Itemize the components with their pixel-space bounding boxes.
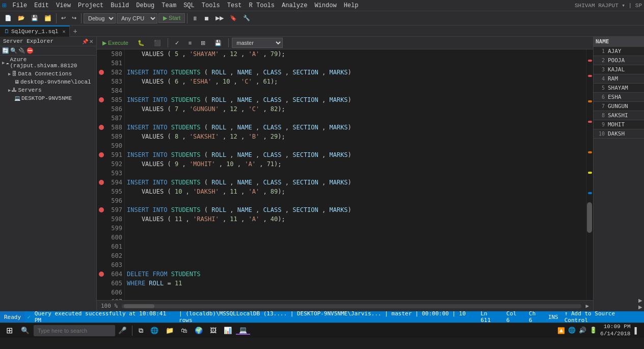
pin-btn[interactable]: 📌 <box>82 39 88 44</box>
results-col-header: NAME <box>596 38 609 45</box>
line-num: 598 <box>105 216 122 223</box>
photos-btn[interactable]: 🖼 <box>207 327 220 334</box>
menu-debug[interactable]: Debug <box>133 1 157 10</box>
new-tab-btn[interactable]: + <box>70 25 80 37</box>
taskview-btn[interactable]: ⧉ <box>136 327 146 335</box>
line-num: 592 <box>105 160 122 168</box>
tab-sqlquery[interactable]: 🗒 SqlQuery_1.sql ✕ <box>0 25 70 37</box>
display-results-btn[interactable]: ≡ <box>185 39 195 47</box>
scroll-indicator-orange2 <box>588 151 592 153</box>
result-row-9: 9 MOHIT <box>594 120 644 129</box>
save-btn[interactable]: 💾 <box>29 13 41 23</box>
vs-taskbtn[interactable]: 💻 <box>236 326 250 335</box>
menu-test[interactable]: Test <box>224 1 245 10</box>
gutter-line: 599 <box>97 224 124 233</box>
scroll-right-btn[interactable]: ▶ <box>585 303 589 309</box>
scroll-thumb[interactable] <box>587 202 592 233</box>
ppt-btn[interactable]: 📊 <box>221 327 235 334</box>
chrome-btn[interactable]: 🌍 <box>192 327 206 334</box>
edge-btn[interactable]: 🌐 <box>147 327 162 334</box>
filter-btn[interactable]: 🔍 <box>10 47 17 54</box>
bp-indicator <box>99 97 104 102</box>
toolbar-btn4[interactable]: ⏸ <box>190 14 200 23</box>
clock[interactable]: 10:09 PM 6/14/2018 <box>600 324 630 337</box>
redo-btn[interactable]: ↪ <box>69 13 79 23</box>
undo-btn[interactable]: ↩ <box>59 13 68 23</box>
debug-dropdown[interactable]: Debug <box>84 13 116 23</box>
tree-item-servers[interactable]: ▶ 🖧 Servers <box>0 86 96 94</box>
menu-analyze[interactable]: Analyze <box>279 1 310 10</box>
close-panel-btn[interactable]: ✕ <box>89 39 93 44</box>
toolbar-btn7[interactable]: 🔖 <box>227 13 239 23</box>
panel-side-btn1[interactable]: ▶ <box>638 297 643 304</box>
open-btn[interactable]: 📂 <box>15 13 28 23</box>
expand-icon: ▶ <box>2 60 5 66</box>
code-editor-area[interactable]: 580 581 582 583 <box>97 49 593 300</box>
row-num: 8 <box>596 113 605 118</box>
code-line-592: VALUES ( 9 , 'MOHIT' , 10 , 'A' , 71); <box>127 159 584 169</box>
menu-sql[interactable]: SQL <box>180 1 198 10</box>
line-num: 604 <box>105 271 122 278</box>
h-scrollbar-thumb <box>124 304 154 308</box>
menu-rtools[interactable]: R Tools <box>246 1 278 10</box>
sys-tray: 🔼 🌐 🔊 🔋 10:09 PM 6/14/2018 ▌ <box>555 324 642 337</box>
scroll-indicator-panel[interactable] <box>586 49 593 300</box>
debug-query-btn[interactable]: 🐛 <box>134 39 148 47</box>
menu-file[interactable]: File <box>9 1 30 10</box>
menu-team[interactable]: Team <box>158 1 179 10</box>
h-scrollbar[interactable] <box>122 304 581 308</box>
code-content[interactable]: VALUES ( 5 , 'SHAYAM' , 12 , 'A' , 79); … <box>125 49 586 300</box>
connect-btn[interactable]: 🔌 <box>18 47 25 54</box>
menu-help[interactable]: Help <box>341 1 362 10</box>
start-button[interactable]: ▶ Start <box>158 13 185 23</box>
menu-view[interactable]: View <box>53 1 74 10</box>
menu-edit[interactable]: Edit <box>31 1 52 10</box>
tree-item-localdb[interactable]: 🖥 desktop-9nv5nme\local <box>0 78 96 86</box>
taskbar-sep <box>132 326 132 336</box>
refresh-btn[interactable]: 🔄 <box>2 47 9 54</box>
scroll-indicator-orange <box>588 100 592 102</box>
start-windows-btn[interactable]: ⊞ <box>2 326 17 335</box>
show-desktop-btn[interactable]: ▌ <box>633 327 640 334</box>
scroll-indicator-blue <box>588 192 592 194</box>
explorer-btn[interactable]: 📁 <box>163 327 177 334</box>
menu-build[interactable]: Build <box>108 1 132 10</box>
mic-btn[interactable]: 🎤 <box>116 327 129 334</box>
parse-btn[interactable]: ✓ <box>171 39 183 47</box>
line-num: 596 <box>105 197 122 204</box>
cpu-dropdown[interactable]: Any CPU <box>117 13 157 23</box>
search-input[interactable] <box>34 325 115 336</box>
search-btn[interactable]: 🔍 <box>18 327 33 334</box>
row-val: RAM <box>608 75 618 82</box>
tray-btn1[interactable]: 🔼 <box>557 327 565 334</box>
row-num: 6 <box>596 94 605 100</box>
db-icon: 🗄 <box>12 71 17 77</box>
line-num: 591 <box>105 151 122 158</box>
toolbar-btn8[interactable]: 🔧 <box>240 13 253 23</box>
store-btn[interactable]: 🛍 <box>178 327 191 334</box>
gutter-line: 606 <box>97 288 124 297</box>
save-results-btn[interactable]: 💾 <box>211 39 225 47</box>
gutter-line: 589 <box>97 132 124 141</box>
tab-close-icon[interactable]: ✕ <box>62 29 65 35</box>
status-add-source[interactable]: ↑ Add to Source Control <box>565 310 640 324</box>
toolbar-btn6[interactable]: ▶▶ <box>213 13 226 23</box>
tree-item-dataconnections[interactable]: ▶ 🗄 Data Connections <box>0 70 96 78</box>
panel-side-btn2[interactable]: ▶ <box>638 304 643 310</box>
toolbar-btn5[interactable]: ⏹ <box>201 14 212 23</box>
menu-tools[interactable]: Tools <box>199 1 223 10</box>
code-line-596 <box>127 196 584 205</box>
execute-btn[interactable]: ▶ Execute <box>99 39 132 47</box>
disconnect-btn[interactable]: ⛔ <box>26 47 34 54</box>
cancel-query-btn[interactable]: ⬛ <box>150 39 165 47</box>
save-all-btn[interactable]: 🗂️ <box>42 13 54 23</box>
results-to-grid-btn[interactable]: ⊞ <box>197 39 209 47</box>
db-selector[interactable]: master <box>232 38 283 48</box>
tree-item-azure[interactable]: ▶ ☁ Azure (rajput.shivam.88120 <box>0 56 96 70</box>
gutter-line: 607 <box>97 297 124 300</box>
tree-item-desktop[interactable]: 💻 DESKTOP-9NV5NME <box>0 94 96 102</box>
new-btn[interactable]: 📄 <box>2 13 14 23</box>
menu-window[interactable]: Window <box>311 1 339 10</box>
menu-project[interactable]: Project <box>75 1 106 10</box>
code-line-606 <box>127 288 584 297</box>
